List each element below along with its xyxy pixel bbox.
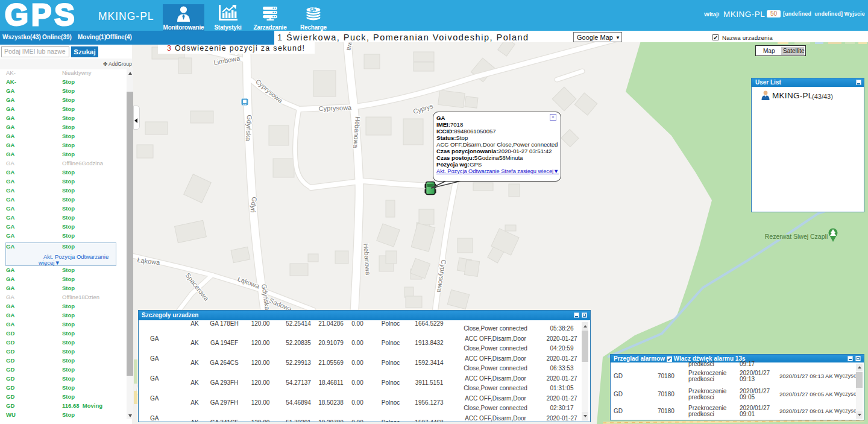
svg-text:Gdyńska: Gdyńska	[245, 115, 253, 142]
svg-text:Cyprysowa: Cyprysowa	[318, 104, 352, 112]
svg-text:Rezerwat Siwej Czapli: Rezerwat Siwej Czapli	[765, 233, 828, 240]
